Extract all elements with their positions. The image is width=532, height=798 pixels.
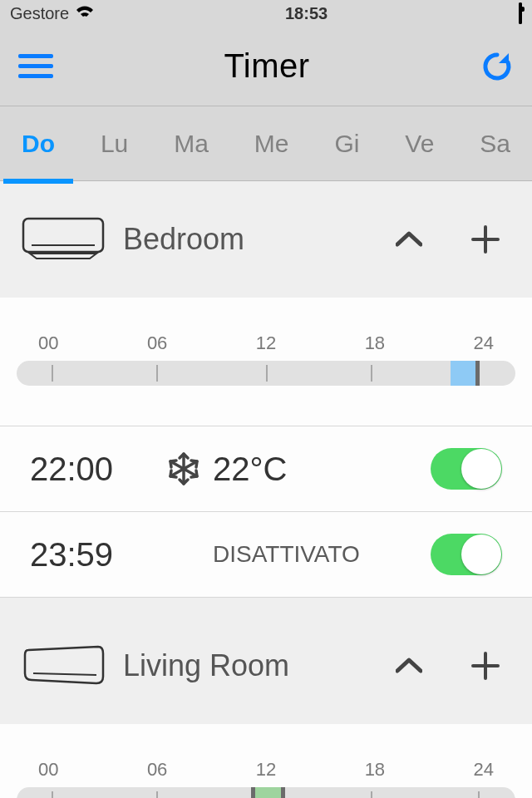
collapse-button[interactable] (392, 223, 426, 256)
day-tab-sa[interactable]: Sa (476, 121, 514, 166)
battery-icon (519, 4, 522, 23)
entry-status: DISATTIVATO (213, 541, 431, 568)
refresh-button[interactable] (480, 50, 514, 83)
wifi-icon (76, 4, 94, 23)
entry-time: 23:59 (30, 536, 155, 574)
schedule-entry[interactable]: 23:59 DISATTIVATO (0, 511, 532, 598)
collapse-button[interactable] (392, 649, 426, 682)
time-mark: 18 (365, 759, 385, 781)
svg-rect-0 (23, 219, 103, 252)
time-mark: 06 (147, 759, 167, 781)
day-tab-gi[interactable]: Gi (331, 121, 362, 166)
timeline-bedroom: 00 06 12 18 24 (0, 298, 532, 426)
menu-button[interactable] (18, 54, 53, 78)
snowflake-icon (155, 451, 213, 486)
entry-toggle[interactable] (431, 448, 502, 490)
schedule-entries-bedroom: 22:00 22°C 23:59 DISATTIVATO (0, 426, 532, 598)
day-tab-ma[interactable]: Ma (170, 121, 212, 166)
timeline-endbar (475, 361, 480, 386)
add-schedule-button[interactable] (469, 649, 502, 682)
room-header-bedroom: Bedroom (0, 181, 532, 298)
timeline-endbar (251, 787, 255, 798)
status-right (519, 4, 522, 23)
time-mark: 06 (147, 332, 167, 354)
entry-temperature: 22°C (213, 451, 431, 488)
day-tab-ve[interactable]: Ve (401, 121, 437, 166)
ac-unit-icon (22, 641, 105, 691)
day-tab-do[interactable]: Do (18, 121, 58, 166)
time-mark: 12 (256, 759, 276, 781)
time-mark: 18 (365, 332, 385, 354)
time-mark: 24 (474, 759, 494, 781)
status-time: 18:53 (285, 4, 328, 23)
day-tab-me[interactable]: Me (251, 121, 293, 166)
carrier-label: Gestore (10, 4, 69, 23)
timeline-segment (451, 361, 478, 386)
schedule-entry[interactable]: 22:00 22°C (0, 426, 532, 511)
status-left: Gestore (10, 4, 94, 23)
section-gap (0, 598, 532, 608)
timeline-living-room: 00 06 12 18 24 (0, 724, 532, 798)
ac-unit-icon (22, 214, 105, 264)
entry-toggle[interactable] (431, 534, 502, 575)
room-name: Living Room (123, 648, 374, 683)
timeline-labels: 00 06 12 18 24 (17, 759, 515, 787)
time-mark: 12 (256, 332, 276, 354)
time-mark: 00 (38, 332, 58, 354)
timeline-bar[interactable] (17, 787, 515, 798)
add-schedule-button[interactable] (469, 223, 502, 256)
time-mark: 00 (38, 759, 58, 781)
nav-bar: Timer (0, 27, 532, 106)
timeline-endbar (281, 787, 285, 798)
timeline-labels: 00 06 12 18 24 (17, 332, 515, 361)
day-tabs: Do Lu Ma Me Gi Ve Sa (0, 106, 532, 181)
room-header-living-room: Living Room (0, 608, 532, 724)
timeline-segment (251, 787, 281, 798)
svg-line-7 (33, 673, 96, 675)
entry-time: 22:00 (30, 451, 155, 488)
timeline-bar[interactable] (17, 361, 515, 386)
status-bar: Gestore 18:53 (0, 0, 532, 27)
time-mark: 24 (474, 332, 494, 354)
day-tab-lu[interactable]: Lu (97, 121, 131, 166)
page-title: Timer (224, 47, 309, 85)
room-name: Bedroom (123, 222, 374, 257)
